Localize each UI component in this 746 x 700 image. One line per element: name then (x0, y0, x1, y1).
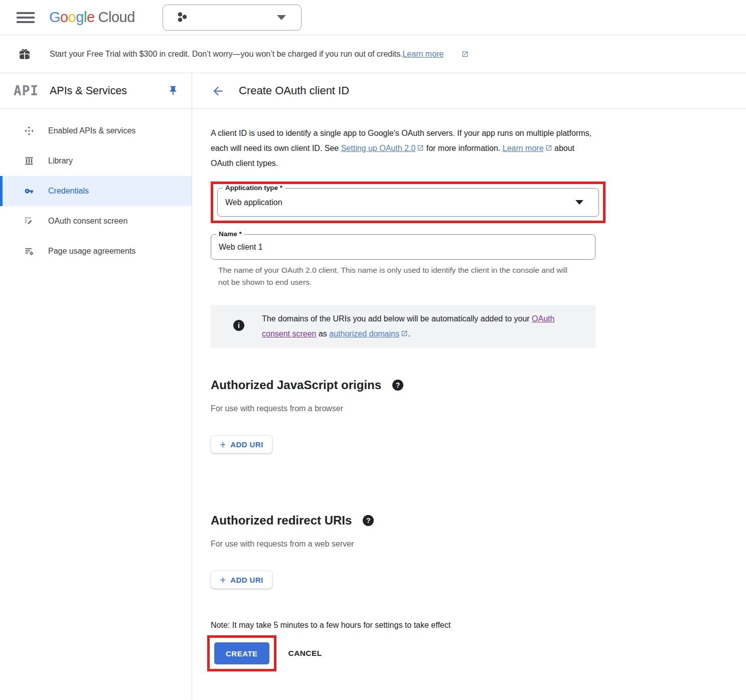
sidebar-nav: Enabled APIs & services Library (0, 109, 192, 266)
external-link-icon (462, 51, 469, 58)
api-logo: API (14, 83, 39, 98)
help-icon[interactable]: ? (392, 380, 403, 391)
gift-icon (18, 48, 31, 61)
sidebar-item-label: Library (48, 156, 73, 165)
sidebar-item-credentials[interactable]: Credentials (0, 176, 192, 206)
banner-learn-more-link[interactable]: Learn more (402, 50, 443, 59)
pin-icon[interactable] (168, 85, 179, 96)
back-arrow-icon[interactable] (211, 84, 225, 98)
form-actions: CREATE CANCEL (211, 635, 746, 671)
plus-icon: + (220, 439, 226, 450)
sidebar-item-label: Credentials (48, 187, 89, 196)
page-title: Create OAuth client ID (239, 84, 349, 97)
redirect-uris-subtitle: For use with requests from a web server (211, 540, 746, 549)
help-icon[interactable]: ? (363, 515, 374, 526)
hamburger-menu-icon[interactable] (17, 12, 35, 23)
project-icon (175, 10, 190, 25)
add-uri-button-origins[interactable]: + ADD URI (211, 435, 272, 453)
js-origins-subtitle: For use with requests from a browser (211, 404, 746, 413)
external-link-icon (417, 144, 424, 151)
js-origins-heading: Authorized JavaScript origins ? (211, 378, 746, 392)
sidebar-title: APIs & Services (50, 85, 127, 97)
main-panel: Create OAuth client ID A client ID is us… (192, 73, 746, 699)
sidebar-item-label: Page usage agreements (48, 247, 135, 256)
consent-icon (24, 216, 34, 226)
application-type-value: Web application (218, 198, 282, 207)
name-label: Name * (216, 230, 244, 238)
page-header: Create OAuth client ID (192, 73, 746, 109)
create-button[interactable]: CREATE (214, 642, 269, 664)
info-box: i The domains of the URIs you add below … (211, 305, 595, 348)
setting-up-oauth-link[interactable]: Setting up OAuth 2.0 (341, 144, 416, 152)
banner-text: Start your Free Trial with $300 in credi… (50, 50, 402, 59)
project-selector[interactable] (163, 5, 302, 31)
cancel-button[interactable]: CANCEL (288, 649, 322, 658)
cloud-wordmark: Cloud (98, 9, 135, 25)
info-icon: i (233, 320, 244, 331)
apis-icon (24, 126, 34, 136)
authorized-domains-link[interactable]: authorized domains (329, 329, 399, 338)
agreements-icon (24, 246, 34, 256)
application-type-label: Application type * (223, 184, 285, 192)
learn-more-link[interactable]: Learn more (503, 144, 544, 152)
intro-paragraph: A client ID is used to identify a single… (211, 126, 598, 171)
plus-icon: + (220, 575, 226, 585)
top-app-bar: GoogleCloud (0, 0, 746, 35)
settings-note: Note: It may take 5 minutes to a few hou… (211, 621, 746, 630)
external-link-icon (401, 330, 408, 337)
application-type-select[interactable]: Application type * Web application (217, 188, 599, 217)
chevron-down-icon (575, 200, 583, 205)
google-cloud-logo[interactable]: GoogleCloud (49, 9, 135, 26)
sidebar-item-page-usage[interactable]: Page usage agreements (0, 236, 192, 266)
external-link-icon (545, 144, 552, 151)
free-trial-banner: Start your Free Trial with $300 in credi… (0, 35, 746, 73)
add-uri-button-redirects[interactable]: + ADD URI (211, 571, 272, 589)
name-helper-text: The name of your OAuth 2.0 client. This … (211, 264, 572, 288)
name-field[interactable]: Name * (211, 234, 595, 260)
annotation-box-create: CREATE (207, 635, 276, 671)
sidebar-item-library[interactable]: Library (0, 146, 192, 176)
sidebar-item-enabled-apis[interactable]: Enabled APIs & services (0, 116, 192, 146)
sidebar-item-label: OAuth consent screen (48, 217, 127, 226)
key-icon (24, 186, 34, 196)
sidebar-item-label: Enabled APIs & services (48, 126, 135, 135)
redirect-uris-heading: Authorized redirect URIs ? (211, 513, 746, 528)
chevron-down-icon (277, 15, 286, 20)
annotation-box-application-type: Application type * Web application (211, 182, 606, 223)
sidebar-item-oauth-consent[interactable]: OAuth consent screen (0, 206, 192, 236)
sidebar-header: API APIs & Services (0, 73, 192, 109)
sidebar: API APIs & Services Enabled APIs & servi… (0, 73, 192, 699)
name-input[interactable] (211, 243, 562, 252)
library-icon (24, 156, 34, 166)
